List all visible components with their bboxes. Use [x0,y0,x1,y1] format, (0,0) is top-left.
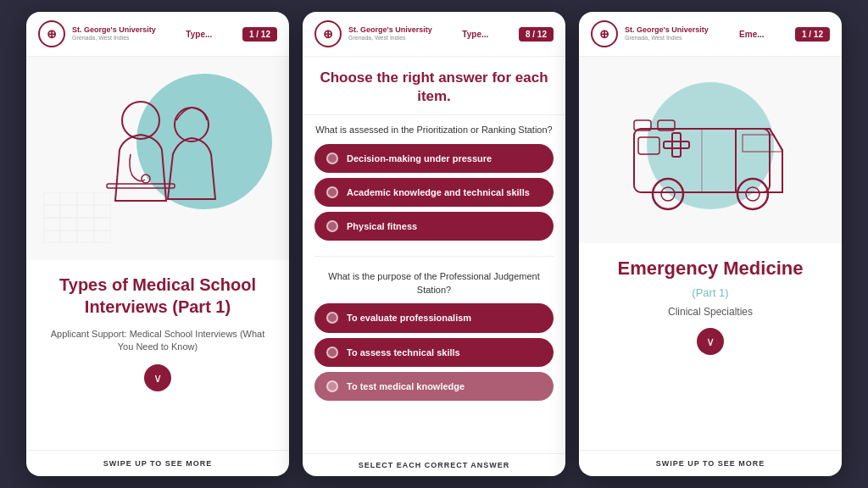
svg-rect-16 [672,133,681,157]
question-2-text: What is the purpose of the Professional … [314,270,554,297]
card2-header: ⊕ St. George's University Grenada, West … [303,12,565,57]
card1-counter: 1 / 12 [242,27,277,42]
logo-text-area: St. George's University Grenada, West In… [72,25,156,42]
card2-footer: SELECT EACH CORRECT ANSWER [303,453,565,476]
radio-circle-icon-2 [326,186,338,198]
card1-type-label: Type... [186,30,212,39]
card3-swipe-text: SWIPE UP TO SEE MORE [579,450,842,476]
card1-subtitle: Applicant Support: Medical School Interv… [43,328,272,354]
card3-subtitle: Clinical Specialties [668,306,753,318]
question-1-section: What is assessed in the Prioritization o… [303,115,565,251]
answer-2-3[interactable]: To test medical knowledge [314,372,554,401]
svg-point-19 [737,179,768,209]
card1-content: Types of Medical School Interviews (Part… [26,260,289,450]
answer-1-1[interactable]: Decision-making under pressure [314,144,554,173]
svg-rect-15 [664,141,689,148]
radio-circle-icon-6 [326,380,338,392]
brand-name-3: St. George's University [625,25,709,35]
cards-container: ⊕ St. George's University Grenada, West … [0,0,868,488]
radio-circle-icon-4 [326,312,338,324]
radio-circle-icon [326,152,338,164]
card2-counter: 8 / 12 [519,27,554,42]
svg-point-20 [746,187,760,201]
card-2: ⊕ St. George's University Grenada, West … [303,12,565,476]
answer-2-1[interactable]: To evaluate professionalism [314,303,554,332]
svg-point-18 [661,187,675,201]
question-2-section: What is the purpose of the Professional … [303,262,565,411]
card3-content: Emergency Medicine (Part 1) Clinical Spe… [579,243,842,450]
brand-name-2: St. George's University [348,25,432,35]
answer-2-2[interactable]: To assess technical skills [314,338,554,367]
svg-point-17 [653,179,683,209]
card3-type-label: Eme... [739,30,764,39]
logo-text-area-2: St. George's University Grenada, West In… [348,25,432,42]
logo-icon-3: ⊕ [591,20,618,47]
doctor-illustration [73,74,242,243]
brand-location: Grenada, West Indies [72,35,156,42]
quiz-title: Choose the right answer for each item. [316,69,552,106]
answer-1-2-text: Academic knowledge and technical skills [347,186,530,198]
card3-header: ⊕ St. George's University Grenada, West … [579,12,842,57]
card2-type-label: Type... [462,30,488,39]
chevron-down-icon-3: ∨ [706,335,715,348]
card-1: ⊕ St. George's University Grenada, West … [26,12,289,476]
logo-icon: ⊕ [38,20,65,47]
quiz-header: Choose the right answer for each item. [303,57,565,115]
brand-location-2: Grenada, West Indies [348,35,432,42]
card1-title: Types of Medical School Interviews (Part… [43,274,272,318]
card1-illustration-area [26,57,289,260]
answer-1-3[interactable]: Physical fitness [314,212,554,241]
card1-chevron-button[interactable]: ∨ [144,364,171,391]
svg-point-10 [122,102,159,139]
answer-2-1-text: To evaluate professionalism [347,312,471,324]
card1-swipe-text: SWIPE UP TO SEE MORE [26,450,289,476]
card1-logo: ⊕ St. George's University Grenada, West … [38,20,156,47]
brand-name: St. George's University [72,25,156,35]
radio-circle-icon-5 [326,347,338,358]
answer-2-2-text: To assess technical skills [347,347,460,358]
answer-1-3-text: Physical fitness [347,220,417,232]
answer-1-1-text: Decision-making under pressure [347,152,492,164]
card1-header: ⊕ St. George's University Grenada, West … [26,12,289,57]
card3-logo: ⊕ St. George's University Grenada, West … [591,20,709,47]
card3-part-label: (Part 1) [692,286,728,299]
card3-illustration-area [579,57,842,243]
card3-title: Emergency Medicine [618,257,804,281]
card3-chevron-button[interactable]: ∨ [697,328,724,355]
brand-location-3: Grenada, West Indies [625,35,709,42]
svg-rect-23 [638,137,659,154]
logo-text-area-3: St. George's University Grenada, West In… [625,25,709,42]
section-divider [314,256,554,257]
svg-point-11 [142,175,150,183]
answer-2-3-text: To test medical knowledge [347,380,465,392]
card3-counter: 1 / 12 [795,27,830,42]
card2-logo: ⊕ St. George's University Grenada, West … [314,20,432,47]
chevron-down-icon: ∨ [153,371,162,385]
card2-body: Choose the right answer for each item. W… [303,57,565,453]
question-1-text: What is assessed in the Prioritization o… [314,124,554,136]
card-3: ⊕ St. George's University Grenada, West … [579,12,842,476]
radio-circle-icon-3 [326,220,338,232]
answer-1-2[interactable]: Academic knowledge and technical skills [314,178,554,207]
logo-icon-2: ⊕ [314,20,342,47]
ambulance-illustration [617,82,804,218]
